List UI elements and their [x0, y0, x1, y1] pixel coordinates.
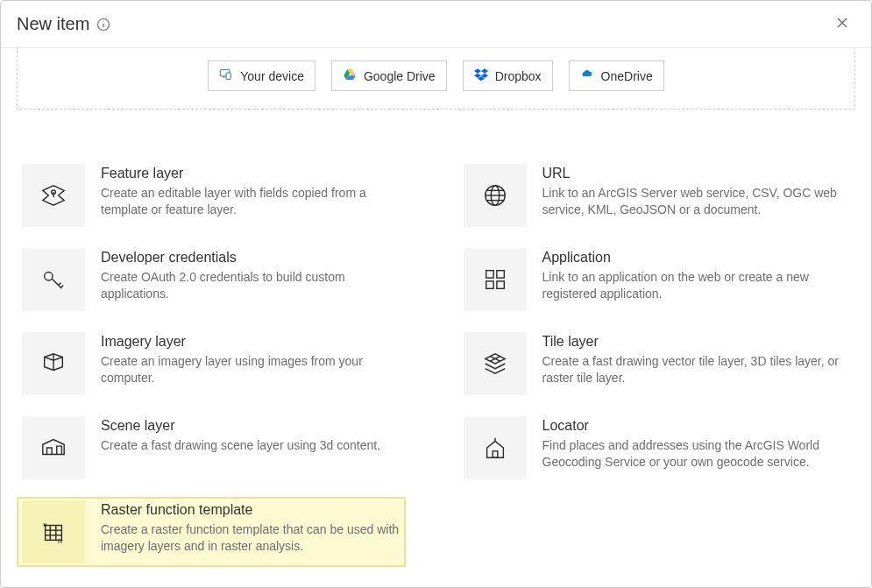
imagery-layer-icon: [22, 332, 85, 395]
close-icon: [836, 17, 848, 32]
item-body: URL Link to an ArcGIS Server web service…: [542, 164, 842, 227]
info-icon[interactable]: [96, 18, 110, 32]
modal-title: New item: [17, 14, 110, 34]
device-icon: [219, 67, 233, 84]
modal-header: New item: [1, 1, 871, 48]
source-label: Google Drive: [364, 69, 436, 83]
item-body: Locator Find places and addresses using …: [542, 416, 842, 479]
google-drive-icon: [343, 67, 357, 84]
new-item-modal: New item: [0, 0, 872, 588]
source-onedrive[interactable]: OneDrive: [569, 60, 664, 91]
item-desc: Create a fast drawing scene layer using …: [101, 437, 380, 454]
upload-sources: Your device Google Drive: [17, 48, 855, 110]
item-desc: Create a fast drawing vector tile layer,…: [542, 353, 842, 386]
item-title: Raster function template: [101, 502, 401, 518]
item-title: Developer credentials: [101, 250, 401, 266]
item-title: Application: [542, 250, 842, 266]
item-title: Locator: [542, 418, 842, 434]
item-body: Application Link to an application on th…: [542, 248, 842, 311]
svg-rect-27: [493, 451, 498, 458]
svg-rect-25: [486, 281, 493, 288]
source-label: Your device: [240, 69, 304, 83]
item-desc: Create an editable layer with fields cop…: [101, 185, 401, 218]
source-your-device[interactable]: Your device: [208, 60, 315, 91]
svg-marker-12: [481, 68, 488, 73]
raster-function-icon: fx: [22, 500, 85, 563]
source-label: Dropbox: [495, 69, 542, 83]
item-desc: Find places and addresses using the ArcG…: [542, 437, 842, 471]
item-title: Scene layer: [101, 418, 380, 434]
locator-icon: [464, 416, 527, 479]
dropbox-icon: [474, 67, 488, 84]
url-icon: [464, 164, 527, 227]
svg-rect-24: [496, 271, 503, 278]
item-body: Developer credentials Create OAuth 2.0 c…: [101, 248, 401, 311]
source-label: OneDrive: [601, 69, 653, 83]
svg-point-2: [103, 21, 104, 22]
item-developer-credentials[interactable]: Developer credentials Create OAuth 2.0 c…: [17, 244, 406, 315]
item-desc: Create a raster function template that c…: [101, 521, 401, 555]
source-dropbox[interactable]: Dropbox: [463, 60, 553, 91]
svg-marker-11: [474, 68, 481, 73]
item-body: Tile layer Create a fast drawing vector …: [542, 332, 842, 395]
item-desc: Link to an ArcGIS Server web service, CS…: [542, 185, 842, 218]
item-raster-function-template[interactable]: fx Raster function template Create a ras…: [17, 497, 406, 567]
item-body: Scene layer Create a fast drawing scene …: [101, 416, 380, 479]
svg-text:fx: fx: [58, 537, 63, 545]
svg-rect-23: [486, 271, 493, 278]
item-locator[interactable]: Locator Find places and addresses using …: [458, 413, 847, 483]
close-button[interactable]: [829, 13, 855, 35]
item-body: Feature layer Create an editable layer w…: [101, 164, 401, 227]
item-desc: Link to an application on the web or cre…: [542, 269, 842, 302]
item-desc: Create an imagery layer using images fro…: [101, 353, 401, 386]
item-desc: Create OAuth 2.0 credentials to build cu…: [101, 269, 401, 302]
modal-title-text: New item: [17, 14, 89, 34]
item-feature-layer[interactable]: Feature layer Create an editable layer w…: [17, 160, 406, 230]
onedrive-icon: [580, 67, 594, 84]
scene-layer-icon: [22, 416, 85, 479]
tile-layer-icon: [464, 332, 527, 395]
item-body: Imagery layer Create an imagery layer us…: [101, 332, 401, 395]
item-title: Imagery layer: [101, 334, 401, 350]
empty-cell: [458, 497, 847, 567]
item-scene-layer[interactable]: Scene layer Create a fast drawing scene …: [17, 413, 406, 483]
feature-layer-icon: [22, 164, 85, 227]
modal-body: Your device Google Drive: [1, 48, 871, 583]
item-body: Raster function template Create a raster…: [101, 500, 401, 563]
item-title: URL: [542, 166, 842, 181]
item-title: Tile layer: [542, 334, 842, 350]
svg-rect-6: [226, 73, 230, 79]
item-type-grid: Feature layer Create an editable layer w…: [17, 160, 855, 567]
item-url[interactable]: URL Link to an ArcGIS Server web service…: [458, 160, 847, 230]
item-title: Feature layer: [101, 166, 401, 181]
item-imagery-layer[interactable]: Imagery layer Create an imagery layer us…: [17, 329, 406, 399]
application-icon: [464, 248, 527, 311]
key-icon: [22, 248, 85, 311]
item-tile-layer[interactable]: Tile layer Create a fast drawing vector …: [458, 329, 847, 399]
svg-rect-26: [496, 281, 503, 288]
source-google-drive[interactable]: Google Drive: [331, 60, 447, 91]
item-application[interactable]: Application Link to an application on th…: [458, 244, 847, 315]
